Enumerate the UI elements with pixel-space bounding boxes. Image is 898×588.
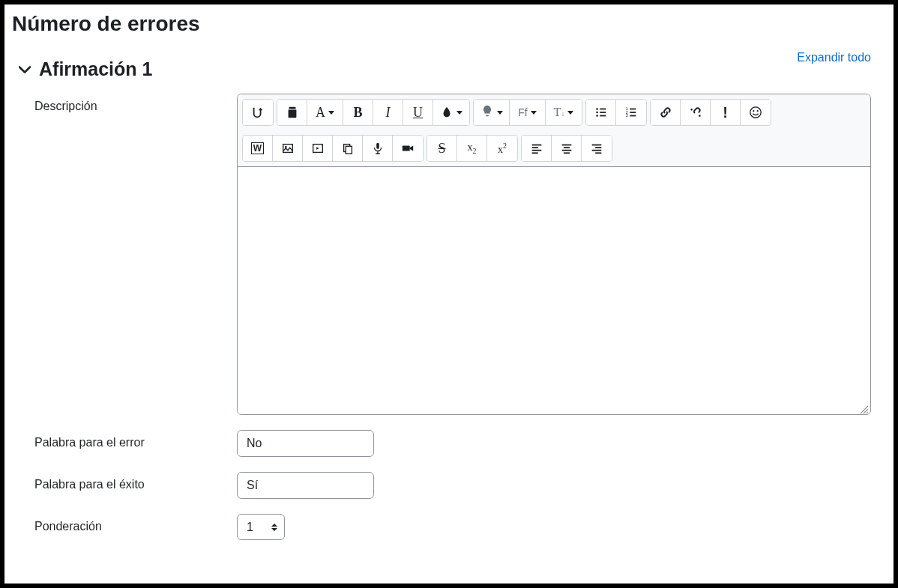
ordered-list-button[interactable]: 123 [616, 100, 646, 125]
svg-rect-20 [376, 143, 379, 149]
font-family-dropdown[interactable]: Ff [510, 100, 546, 125]
svg-rect-3 [600, 109, 606, 110]
svg-point-14 [757, 110, 759, 112]
paste-button[interactable] [277, 100, 307, 125]
error-word-input[interactable] [237, 430, 374, 457]
svg-point-2 [596, 115, 598, 117]
success-word-label: Palabra para el éxito [12, 472, 237, 499]
hint-dropdown[interactable] [474, 100, 510, 125]
chevron-down-icon [18, 63, 31, 76]
page-title: Número de errores [12, 12, 871, 36]
italic-button[interactable]: I [373, 100, 403, 125]
svg-rect-33 [595, 152, 601, 154]
rich-text-editor: A B I U [237, 94, 871, 415]
svg-rect-9 [630, 109, 636, 110]
error-word-label: Palabra para el error [12, 430, 237, 457]
toolbar-toggle-button[interactable] [243, 100, 273, 125]
emoji-button[interactable] [741, 100, 771, 125]
underline-button[interactable]: U [403, 100, 433, 125]
important-button[interactable]: ! [711, 100, 741, 125]
section-toggle[interactable]: Afirmación 1 [18, 58, 871, 80]
svg-point-0 [596, 108, 598, 110]
weight-label: Ponderación [12, 514, 237, 540]
svg-rect-4 [600, 112, 606, 113]
svg-rect-11 [630, 115, 636, 117]
resize-handle-icon[interactable] [860, 404, 869, 413]
superscript-button[interactable]: x2 [487, 136, 517, 161]
svg-rect-5 [600, 115, 606, 117]
word-button[interactable]: W [243, 136, 273, 161]
media-button[interactable] [303, 136, 333, 161]
bold-button[interactable]: B [343, 100, 373, 125]
svg-rect-21 [403, 145, 410, 151]
subscript-button[interactable]: x2 [457, 136, 487, 161]
text-color-dropdown[interactable] [433, 100, 469, 125]
svg-point-12 [750, 107, 761, 118]
svg-rect-19 [346, 146, 352, 154]
svg-text:3: 3 [626, 113, 628, 118]
video-button[interactable] [393, 136, 423, 161]
align-left-button[interactable] [522, 136, 552, 161]
align-right-button[interactable] [582, 136, 612, 161]
copy-button[interactable] [333, 136, 363, 161]
svg-rect-23 [531, 147, 537, 148]
editor-toolbar: A B I U [238, 94, 870, 167]
strikethrough-button[interactable]: S [427, 136, 457, 161]
align-center-button[interactable] [552, 136, 582, 161]
success-word-input[interactable] [237, 472, 374, 499]
link-button[interactable] [651, 100, 681, 125]
image-button[interactable] [273, 136, 303, 161]
svg-rect-27 [563, 147, 569, 148]
font-size-dropdown[interactable]: T↓ [546, 100, 582, 125]
svg-point-1 [596, 112, 598, 114]
svg-rect-29 [563, 152, 569, 154]
expand-all-link[interactable]: Expandir todo [797, 51, 871, 64]
description-label: Descripción [12, 94, 237, 415]
microphone-button[interactable] [363, 136, 393, 161]
svg-rect-32 [592, 150, 602, 151]
svg-rect-26 [561, 145, 571, 146]
svg-rect-28 [561, 150, 571, 151]
svg-rect-31 [595, 147, 601, 148]
svg-rect-22 [531, 145, 541, 146]
svg-rect-10 [630, 112, 636, 113]
font-style-dropdown[interactable]: A [307, 100, 343, 125]
svg-rect-24 [531, 150, 541, 151]
section-title: Afirmación 1 [39, 58, 152, 80]
svg-rect-30 [592, 145, 602, 146]
svg-point-13 [753, 110, 754, 112]
svg-rect-25 [531, 152, 537, 154]
unordered-list-button[interactable] [586, 100, 616, 125]
editor-content-area[interactable] [238, 167, 870, 414]
weight-select[interactable]: 1 [237, 514, 285, 540]
unlink-button[interactable] [681, 100, 711, 125]
svg-rect-15 [283, 145, 292, 153]
